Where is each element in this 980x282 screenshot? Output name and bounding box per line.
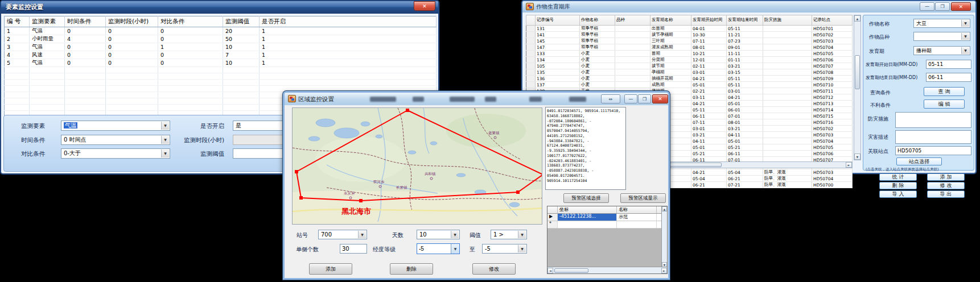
scroll-up-icon[interactable]: ▲ (662, 206, 667, 212)
scroll-right-icon[interactable]: ► (846, 162, 852, 168)
chevron-down-icon: ▼ (451, 231, 459, 238)
warning-area-show-button[interactable]: 预警区域显示 (620, 193, 666, 203)
window-title: 作物生育期库 (536, 3, 570, 10)
col-header[interactable]: 监测时段(小时) (106, 16, 158, 27)
table-row[interactable]: 4风速 00 07 1 (5, 51, 437, 59)
maximize-button[interactable]: ❐ (935, 2, 950, 11)
resize-button[interactable]: ⇔ (601, 94, 620, 103)
polygon-coordinates-text[interactable]: 0491.0172034571, 905914.11175410, 63458.… (545, 107, 626, 190)
element-select[interactable]: 气温 ▼ (61, 121, 170, 131)
import-button[interactable]: 导 入 (879, 190, 917, 198)
area-grid-new-row[interactable]: * (547, 221, 667, 229)
titlebar-crop-library[interactable]: 作物生育期库 (522, 1, 975, 13)
close-button[interactable]: ✕ (414, 1, 435, 11)
scroll-up-icon[interactable]: ▲ (854, 15, 860, 22)
col-header[interactable]: 监测要素 (30, 16, 65, 27)
combo-value: 1 > (493, 231, 504, 238)
col-header[interactable]: 编 号 (5, 16, 30, 27)
col-header[interactable]: 对比条件 (158, 16, 223, 27)
col-header[interactable]: 品种 (615, 15, 650, 26)
table-row[interactable]: 5气温 00 010 1 (5, 59, 437, 67)
maximize-button[interactable]: ❐ (638, 94, 651, 103)
level-spinner[interactable]: ▼ (417, 243, 460, 254)
add-button[interactable]: 添 加 (927, 173, 965, 181)
col-header[interactable]: 是否开启 (260, 16, 437, 27)
close-button[interactable]: ✕ (652, 94, 668, 103)
time-select[interactable]: 0 时间点 ▼ (61, 135, 170, 145)
grid-row[interactable]: 141双季早稻 拔节孕穗期 10-3011-21 HD50702 (526, 32, 853, 38)
query-button[interactable]: 查 询 (924, 87, 965, 96)
delete-button[interactable]: 删 除 (879, 182, 917, 189)
variety-select[interactable]: ▼ (913, 32, 970, 41)
stat-button[interactable]: 统 计 (879, 173, 917, 181)
grid-vertical-scrollbar[interactable]: ▲ ▼ (854, 15, 861, 160)
days-label: 天数 (392, 231, 403, 239)
modify-button[interactable]: 修改 (472, 263, 516, 275)
maximize-icon: ❐ (643, 97, 647, 102)
map-canvas[interactable]: 老莱镇 共和镇 双河乡 永安乡 长发镇 黑北海市 (292, 107, 542, 225)
stage-start-input[interactable] (926, 60, 971, 69)
col-header[interactable]: 作物名称 (580, 15, 615, 26)
table-row[interactable]: 2小时雨量 40 050 1 (5, 35, 437, 43)
scrollbar-thumb[interactable] (855, 55, 860, 89)
table-row[interactable]: 3气温 00 110 1 (5, 43, 437, 51)
chevron-down-icon[interactable]: ▼ (451, 244, 459, 254)
col-header[interactable]: 发育期名称 (650, 15, 691, 26)
stage-select[interactable]: 播种期▼ (913, 46, 970, 55)
col-header[interactable]: 坐标 (558, 206, 617, 213)
minimize-button[interactable]: — (920, 2, 934, 11)
days-select[interactable]: 10▼ (417, 230, 460, 239)
edit-button[interactable]: 编 辑 (924, 99, 965, 109)
grid-row[interactable]: 105小麦 拔节期 02-1103-21 HD50707 (526, 63, 853, 69)
grid-row[interactable]: 137小麦 成熟期 05-0105-11 HD50710 (526, 82, 853, 88)
minimize-button[interactable]: — (624, 94, 637, 103)
stage-end-input[interactable] (926, 73, 971, 82)
level-input[interactable] (417, 244, 451, 254)
disaster-textarea[interactable] (895, 130, 971, 144)
station-no-select[interactable]: 700▼ (318, 230, 367, 239)
scroll-left-icon[interactable]: ◄ (547, 268, 553, 273)
close-button[interactable]: ✕ (951, 2, 971, 11)
area-grid-row[interactable]: ▶ -45122.12238... 示范 (547, 214, 667, 221)
side-count-input[interactable] (340, 244, 367, 254)
scroll-down-icon[interactable]: ▼ (854, 154, 860, 160)
grid-row[interactable]: 136小麦 抽穗开花期 04-2105-11 HD50709 (526, 76, 853, 82)
map-city-label: 黑北海市 (341, 207, 371, 215)
station-input[interactable] (895, 146, 971, 155)
warning-area-select-button[interactable]: 预警区域选择 (563, 193, 609, 203)
grid-row[interactable]: 147双季早稻 灌浆成熟期 08-0109-01 HD50704 (526, 44, 853, 51)
grid-row[interactable]: 145双季早稻 三叶期 07-1107-23 HD50703 (526, 38, 853, 44)
to-select[interactable]: -5▼ (482, 244, 527, 254)
table-row[interactable] (5, 80, 437, 86)
table-row[interactable]: 1气温 00 020 1 (5, 27, 437, 35)
table-row[interactable] (5, 73, 437, 80)
col-header[interactable]: 发育期结束时间 (727, 15, 763, 26)
measure-textarea[interactable] (895, 112, 971, 128)
scroll-right-icon[interactable]: ► (661, 268, 667, 273)
col-header[interactable]: 防灾措施 (763, 15, 812, 26)
col-header[interactable]: 发育期开始时间 (691, 15, 727, 26)
col-header[interactable]: 监测阈值 (223, 16, 260, 27)
table-row[interactable] (5, 67, 437, 73)
station-select-button[interactable]: 站点选择 (896, 157, 942, 165)
modify-button[interactable]: 修 改 (927, 182, 965, 189)
ghost-artifact (485, 97, 496, 102)
grid-row[interactable]: 134小麦 分蘖期 12-0101-11 HD50706 (526, 57, 853, 63)
col-header[interactable]: 记录编号 (536, 15, 580, 26)
grid-row[interactable]: 131双季早稻 出苗期 04-0105-11 HD50701 (526, 26, 853, 32)
compare-select[interactable]: 0-大于 ▼ (61, 148, 170, 159)
grid-row[interactable]: 135小麦 孕穗期 03-0103-15 HD50708 (526, 69, 853, 76)
crop-name-select[interactable]: 大豆▼ (913, 19, 970, 28)
col-header[interactable]: 名称 (617, 206, 657, 213)
grid-row[interactable]: 133小麦 苗期 10-2111-11 HD50705 (526, 51, 853, 57)
delete-button[interactable]: 删除 (390, 263, 433, 275)
add-button[interactable]: 添加 (309, 263, 352, 275)
area-grid-vscrollbar[interactable]: ▲ ▼ (661, 206, 667, 267)
titlebar-element-monitor[interactable]: 要素监控设置 (1, 1, 438, 14)
scrollbar-thumb[interactable] (554, 268, 588, 273)
col-header[interactable]: 时间条件 (65, 16, 106, 27)
threshold-select[interactable]: 1 >▼ (491, 230, 527, 239)
export-button[interactable]: 导 出 (927, 190, 965, 198)
col-header[interactable]: 记录站点 (812, 15, 853, 26)
area-grid-hscrollbar[interactable]: ◄ ► (547, 267, 667, 273)
